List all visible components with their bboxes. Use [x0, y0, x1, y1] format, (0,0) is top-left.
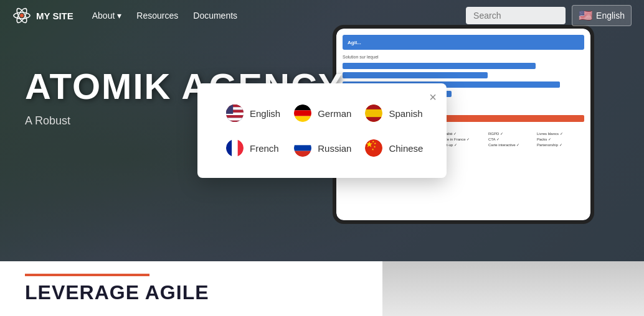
hero-section: Agil... Solution sur lequel Pack Starter…: [0, 0, 644, 261]
language-modal: × English: [197, 83, 447, 178]
ru-flag-icon: [294, 139, 311, 157]
spanish-label: Spanish: [389, 108, 422, 119]
svg-rect-16: [294, 110, 311, 116]
svg-rect-28: [294, 145, 311, 151]
svg-rect-11: [226, 121, 244, 122]
es-flag-icon: [365, 105, 382, 122]
language-option-french[interactable]: French: [222, 137, 284, 159]
svg-rect-23: [226, 139, 232, 157]
svg-rect-31: [365, 139, 382, 157]
language-grid: English German: [222, 102, 422, 159]
svg-rect-24: [232, 139, 237, 157]
russian-label: Russian: [318, 143, 351, 154]
svg-rect-27: [294, 139, 311, 145]
svg-rect-15: [294, 105, 311, 110]
us-flag-icon: [226, 105, 244, 122]
german-label: German: [318, 108, 351, 119]
svg-rect-20: [365, 105, 382, 109]
modal-overlay: × English: [0, 0, 644, 261]
modal-close-button[interactable]: ×: [429, 91, 437, 103]
svg-rect-21: [365, 117, 382, 122]
bottom-divider: [25, 274, 149, 276]
bottom-title: LEVERAGE AGILE: [25, 281, 209, 304]
english-label: English: [250, 108, 280, 119]
svg-rect-10: [226, 118, 244, 121]
svg-rect-25: [238, 139, 244, 157]
language-option-spanish[interactable]: Spanish: [361, 102, 427, 124]
fr-flag-icon: [226, 139, 244, 157]
chinese-label: Chinese: [389, 143, 423, 154]
de-flag-icon: [294, 105, 311, 122]
svg-rect-29: [294, 151, 311, 157]
cn-flag-icon: [365, 139, 382, 157]
svg-rect-9: [226, 115, 244, 118]
svg-rect-17: [294, 116, 311, 122]
language-option-german[interactable]: German: [290, 102, 355, 124]
svg-rect-12: [226, 105, 233, 114]
french-label: French: [250, 143, 279, 154]
language-option-chinese[interactable]: Chinese: [361, 137, 427, 159]
bottom-right-image: [382, 261, 644, 316]
language-option-english[interactable]: English: [222, 102, 284, 124]
language-option-russian[interactable]: Russian: [290, 137, 355, 159]
bottom-section: LEVERAGE AGILE: [0, 261, 644, 316]
